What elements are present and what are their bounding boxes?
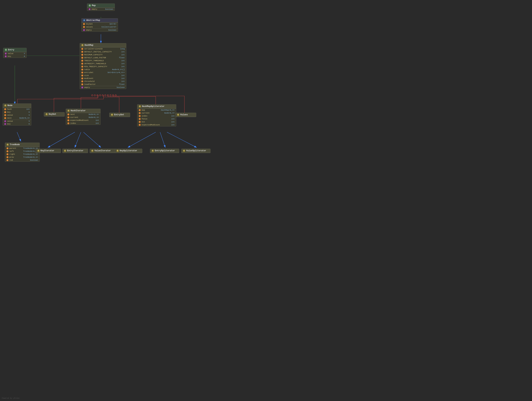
hashiterator-modcount-icon: F (67, 119, 70, 121)
treenode-red-field: F red boolean (5, 159, 39, 162)
map-interface-icon: I (89, 4, 91, 7)
hashmap-max-cap-icon: F (81, 54, 83, 56)
entry-value-icon: P (5, 52, 7, 55)
hashmapspliterator-fence-icon: F (139, 118, 141, 120)
hashmap-table-field: F table Node<K,V>[] (80, 68, 126, 71)
entryspliterator-title: EntrySpliterator (155, 150, 175, 152)
abstractmap-header: A AbstractMap (82, 19, 118, 22)
treenode-right-field: F right TreeNode<K,V> (5, 153, 39, 156)
svg-point-18 (107, 94, 108, 96)
entryset-class-icon: C (111, 113, 113, 116)
entryset-node: C EntrySet (109, 113, 130, 117)
entryspliterator-class-icon: C (152, 150, 154, 152)
hashmap-default-initial-field: F DEFAULT_INITIAL_CAPACITY int (80, 50, 126, 53)
keyset-title: KeySet (49, 113, 56, 115)
hashmapspliterator-node: C HashMapSpliterator F map HashMap<K,V> … (137, 104, 176, 126)
hashmap-table-icon: F (81, 69, 83, 71)
entryset-title: EntrySet (114, 113, 124, 116)
entryiterator-class-icon: C (64, 150, 66, 152)
map-title: Map (92, 4, 96, 7)
hashmapspliterator-class-icon: C (139, 105, 141, 108)
keyspliterator-node: C KeySpliterator (115, 149, 142, 153)
map-header: I Map (87, 4, 115, 8)
hashiterator-class-icon: C (67, 110, 70, 112)
node-hash-icon: F (4, 108, 6, 110)
svg-line-8 (83, 132, 101, 147)
treenode-header: C TreeNode (5, 143, 39, 147)
keyspliterator-class-icon: C (116, 150, 119, 152)
node-next-field: F next Node<K,V> (3, 117, 31, 120)
abstractmap-title: AbstractMap (86, 19, 100, 22)
hashmap-treeify-field: F TREEIFY_THRESHOLD int (80, 59, 126, 62)
treenode-parent-icon: F (6, 147, 8, 149)
node-title: Node (7, 104, 13, 107)
node-key-field: F key K (3, 111, 31, 114)
hashmap-min-treeify-icon: F (81, 66, 83, 68)
svg-line-11 (167, 132, 196, 147)
node-class-icon: C (4, 104, 6, 107)
hashiterator-current-icon: F (67, 116, 70, 119)
abstractmap-keyset-icon: F (83, 23, 85, 25)
hashmap-header: C HashMap (80, 43, 126, 47)
hashiterator-title: HashIterator (71, 110, 86, 112)
node-key-method: P key K (3, 123, 31, 125)
entry-title: Entry (8, 49, 14, 51)
node-value-method-icon: P (4, 120, 6, 122)
treenode-left-field: F left TreeNode<K,V> (5, 150, 39, 153)
hashmapspliterator-map-icon: F (139, 109, 141, 111)
hashmap-modcount-field: F modCount int (80, 77, 126, 80)
svg-point-17 (105, 94, 106, 96)
map-empty-method: P empty boolean (87, 8, 115, 11)
hashmap-default-initial-icon: F (81, 51, 83, 53)
entryspliterator-node: C EntrySpliterator (150, 149, 179, 153)
valueiterator-class-icon: C (91, 150, 94, 152)
abstractmap-values-icon: F (83, 26, 85, 28)
values-node: C Values (175, 113, 196, 117)
treenode-red-icon: F (6, 159, 8, 161)
entry-node: I Entry P value V P key K (3, 48, 27, 58)
hashmap-serial-field: F serialVersionUID long (80, 47, 126, 50)
entryiterator-header: C EntryIterator (63, 149, 88, 153)
node-node: C Node F hash int F key K F value V F ne… (3, 103, 31, 125)
hashmapspliterator-index-field: F index int (137, 115, 176, 118)
svg-line-5 (17, 132, 21, 141)
node-value-field: F value V (3, 114, 31, 117)
keyset-node: C KeySet (44, 112, 65, 117)
svg-point-21 (115, 94, 116, 96)
valueiterator-header: C ValueIterator (90, 149, 115, 153)
hashmapspliterator-index-icon: F (139, 115, 141, 117)
hashmap-empty-icon: P (81, 86, 83, 88)
entryset-header: C EntrySet (109, 113, 130, 117)
abstractmap-empty-method: P empty boolean (82, 29, 118, 31)
hashmapspliterator-current-field: F current Node<K,V> (137, 112, 176, 115)
hashmap-title: HashMap (85, 44, 93, 46)
abstractmap-values-field: F values Collection<V> (82, 25, 118, 29)
svg-point-13 (94, 94, 95, 96)
hashmapspliterator-fence-field: F fence int (137, 118, 176, 120)
valuespliterator-title: ValueSpliterator (186, 150, 206, 152)
entryspliterator-header: C EntrySpliterator (150, 149, 179, 153)
entry-key-method: P key K (3, 55, 26, 58)
svg-point-15 (99, 94, 101, 96)
node-value-method: P value V (3, 120, 31, 123)
hashmap-size-field: F size int (80, 74, 126, 77)
treenode-prev-icon: F (6, 156, 8, 158)
node-hash-field: F hash int (3, 108, 31, 111)
values-header: C Values (176, 113, 196, 117)
keyiterator-title: KeyIterator (41, 150, 54, 152)
hashmap-node: C HashMap F serialVersionUID long F DEFA… (80, 43, 126, 89)
valueiterator-title: ValueIterator (95, 150, 111, 152)
keyiterator-node: C KeyIterator (36, 149, 61, 153)
entry-key-icon: P (5, 55, 7, 57)
node-key-method-icon: P (4, 123, 6, 125)
hashmap-empty-method: P empty boolean (80, 86, 126, 89)
hashiterator-header: C HashIterator (66, 109, 100, 113)
diagram-canvas: I Map P empty boolean A AbstractMap F ke… (0, 0, 532, 401)
svg-line-9 (128, 132, 156, 147)
entry-header: I Entry (3, 48, 26, 52)
svg-line-7 (75, 132, 81, 147)
node-next-icon: F (4, 117, 6, 119)
hashmapspliterator-current-icon: F (139, 112, 141, 114)
hashmap-load-factor-field: F DEFAULT_LOAD_FACTOR float (80, 56, 126, 59)
keyiterator-header: C KeyIterator (36, 149, 61, 153)
